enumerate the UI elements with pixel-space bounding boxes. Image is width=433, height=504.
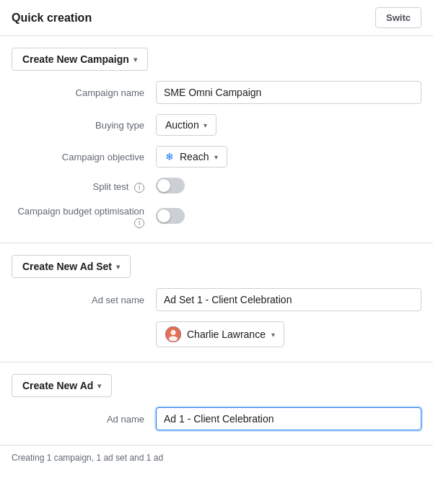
create-adset-arrow-icon: ▾ (116, 263, 120, 271)
buying-type-row: Buying type Auction ▾ (12, 114, 421, 136)
campaign-name-input[interactable] (156, 81, 421, 104)
adset-section: Create New Ad Set ▾ Ad set name Charlie … (0, 243, 433, 362)
ad-name-label: Ad name (12, 414, 156, 425)
split-test-toggle[interactable] (156, 178, 185, 194)
campaign-budget-toggle[interactable] (156, 208, 185, 224)
buying-type-arrow-icon: ▾ (204, 121, 207, 129)
ad-section: Create New Ad ▾ Ad name (0, 362, 433, 446)
buying-type-value: Auction (165, 119, 199, 131)
create-adset-button[interactable]: Create New Ad Set ▾ (12, 255, 131, 278)
campaign-name-label: Campaign name (12, 87, 156, 98)
campaign-budget-info-icon[interactable]: i (134, 218, 144, 228)
buying-type-dropdown[interactable]: Auction ▾ (156, 114, 216, 136)
create-campaign-button[interactable]: Create New Campaign ▾ (12, 48, 148, 71)
campaign-objective-row: Campaign objective ❄ Reach ▾ (12, 146, 421, 168)
campaign-objective-value: Reach (180, 151, 209, 162)
campaign-budget-row: Campaign budget optimisation i (12, 206, 421, 228)
objective-arrow-icon: ▾ (214, 153, 218, 161)
campaign-budget-label: Campaign budget optimisation i (12, 206, 156, 228)
create-ad-label: Create New Ad (22, 380, 93, 391)
split-test-track (156, 178, 185, 194)
person-arrow-icon: ▾ (271, 331, 275, 339)
switch-button[interactable]: Switc (375, 7, 421, 28)
svg-point-2 (169, 336, 178, 342)
campaign-budget-track (156, 208, 185, 224)
create-campaign-arrow-icon: ▾ (134, 56, 137, 64)
person-name: Charlie Lawrance (187, 329, 266, 340)
campaign-section: Create New Campaign ▾ Campaign name Buyi… (0, 36, 433, 243)
split-test-label: Split test i (12, 181, 156, 193)
adset-person-row: Charlie Lawrance ▾ (12, 321, 421, 347)
ad-name-input[interactable] (156, 407, 421, 430)
objective-snowflake-icon: ❄ (165, 151, 174, 162)
person-avatar (165, 326, 181, 342)
page-title: Quick creation (12, 12, 92, 25)
footer-status: Creating 1 campaign, 1 ad set and 1 ad (0, 446, 433, 470)
create-ad-button[interactable]: Create New Ad ▾ (12, 374, 112, 397)
split-test-info-icon[interactable]: i (134, 183, 144, 193)
create-ad-arrow-icon: ▾ (97, 382, 101, 390)
campaign-budget-thumb (157, 209, 170, 222)
adset-name-label: Ad set name (12, 295, 156, 305)
campaign-objective-dropdown[interactable]: ❄ Reach ▾ (156, 146, 227, 168)
campaign-objective-label: Campaign objective (12, 152, 156, 162)
header: Quick creation Switc (0, 0, 433, 36)
split-test-thumb (157, 179, 170, 192)
create-adset-label: Create New Ad Set (22, 261, 112, 272)
svg-point-1 (171, 330, 176, 335)
create-campaign-label: Create New Campaign (22, 53, 129, 65)
adset-name-row: Ad set name (12, 288, 421, 311)
split-test-row: Split test i (12, 178, 421, 196)
buying-type-label: Buying type (12, 120, 156, 131)
status-text: Creating 1 campaign, 1 ad set and 1 ad (12, 453, 163, 463)
campaign-name-row: Campaign name (12, 81, 421, 104)
ad-name-row: Ad name (12, 407, 421, 430)
adset-name-input[interactable] (156, 288, 421, 311)
person-dropdown[interactable]: Charlie Lawrance ▾ (156, 321, 284, 347)
